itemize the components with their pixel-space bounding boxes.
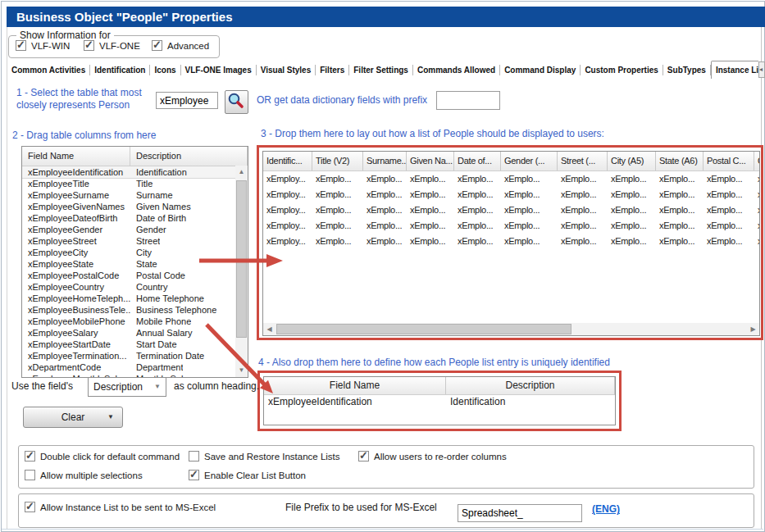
tab-common-activities[interactable]: Common Activities bbox=[7, 66, 89, 75]
field-list-row[interactable]: xEmployeeDateofBirthDate of Birth bbox=[22, 212, 235, 224]
save-restore-checkbox[interactable] bbox=[189, 451, 199, 462]
instance-list-cell: xEmplo... bbox=[312, 202, 363, 218]
reorder-columns-label: Allow users to re-order columns bbox=[374, 452, 507, 462]
vlf-one-checkbox[interactable] bbox=[84, 40, 94, 51]
field-list-header-fieldname[interactable]: Field Name bbox=[22, 147, 130, 166]
instance-list-column-header[interactable]: State (A6) bbox=[656, 152, 704, 171]
instance-list-column-header[interactable]: Gender (... bbox=[501, 152, 558, 171]
tab-visual-styles[interactable]: Visual Styles bbox=[257, 66, 316, 75]
vscroll-thumb[interactable] bbox=[236, 180, 247, 338]
field-list-row[interactable]: xEmployeeStartDateStart Date bbox=[22, 339, 235, 350]
field-list-row[interactable]: xEmployeeGivenNamesGiven Names bbox=[22, 201, 235, 212]
field-list-rows: xEmployeeIdentificationIdentificationxEm… bbox=[22, 166, 235, 377]
field-list-row[interactable]: xEmployeeStreetStreet bbox=[22, 235, 235, 247]
tab-command-display[interactable]: Command Display bbox=[500, 66, 580, 75]
tab-icons[interactable]: Icons bbox=[150, 66, 180, 75]
instance-list-row[interactable]: xEmploy...xEmplo...xEmplo...xEmplo...xEm… bbox=[263, 171, 759, 187]
checkbox-advanced[interactable]: Advanced bbox=[152, 40, 209, 51]
scroll-left-icon[interactable]: ◀ bbox=[263, 323, 275, 335]
field-list-header-description[interactable]: Description bbox=[130, 147, 248, 166]
field-list-row[interactable]: xEmployeeHomeTeleph...Home Telephone bbox=[22, 293, 235, 304]
instance-list-header: Identific...Title (V2)Surname...Given Na… bbox=[263, 152, 759, 171]
field-list-row[interactable]: xEmployeeStateState bbox=[22, 258, 235, 270]
identity-header-fieldname[interactable]: Field Name bbox=[264, 377, 446, 394]
checkbox-multiple-selections[interactable]: Allow multiple selections bbox=[25, 470, 143, 480]
instance-list-column-header[interactable]: Identific... bbox=[263, 152, 312, 171]
identity-table-row[interactable]: xEmployeeIdentification Identification bbox=[264, 396, 615, 407]
instance-list-column-header[interactable]: City (A5) bbox=[608, 152, 656, 171]
tab-custom-properties[interactable]: Custom Properties bbox=[581, 66, 662, 75]
scroll-up-icon[interactable]: ▲ bbox=[235, 166, 248, 179]
field-description-cell: Business Telephone bbox=[130, 304, 216, 316]
field-list-row[interactable]: xEmployeeCityCity bbox=[22, 247, 235, 258]
multiple-selections-checkbox[interactable] bbox=[25, 470, 35, 480]
tab-identification[interactable]: Identification bbox=[90, 66, 149, 75]
vlf-win-checkbox[interactable] bbox=[16, 40, 26, 51]
instance-list-row[interactable]: xEmploy...xEmplo...xEmplo...xEmplo...xEm… bbox=[263, 234, 759, 249]
checkbox-vlf-win[interactable]: VLF-WIN bbox=[16, 40, 70, 51]
clear-button[interactable]: Clear ▼ bbox=[23, 407, 123, 428]
field-list-row[interactable]: xEmployeePostalCodePostal Code bbox=[22, 270, 235, 281]
field-name-cell: xEmployeeIdentification bbox=[22, 166, 130, 178]
instance-list-column-header[interactable]: Date of... bbox=[454, 152, 501, 171]
file-prefix-input[interactable] bbox=[458, 504, 582, 522]
field-list-row[interactable]: xDepartmentCodeDepartment bbox=[22, 361, 235, 373]
scroll-down-icon[interactable]: ▼ bbox=[235, 364, 248, 377]
instance-list-cell: x... bbox=[754, 234, 760, 249]
table-name-input[interactable] bbox=[156, 92, 218, 109]
vlf-one-label: VLF-ONE bbox=[99, 41, 140, 51]
double-click-checkbox[interactable] bbox=[25, 451, 35, 462]
field-list-row[interactable]: xEmployeeCountryCountry bbox=[22, 281, 235, 293]
field-list-row[interactable]: xEmployeeSalaryAnnual Salary bbox=[22, 327, 235, 339]
reorder-columns-checkbox[interactable] bbox=[358, 451, 369, 462]
prefix-input[interactable] bbox=[436, 91, 500, 110]
field-list-vscrollbar[interactable]: ▲ ▼ bbox=[235, 166, 248, 377]
instance-list-row[interactable]: xEmploy...xEmplo...xEmplo...xEmplo...xEm… bbox=[263, 218, 759, 234]
excel-checkbox[interactable] bbox=[25, 502, 35, 512]
tab-vlf-one-images[interactable]: VLF-ONE Images bbox=[181, 66, 256, 75]
field-name-cell: xEmployeeHomeTeleph... bbox=[22, 293, 130, 304]
instance-list-row[interactable]: xEmploy...xEmplo...xEmplo...xEmplo...xEm… bbox=[263, 202, 759, 218]
instance-list-cell: xEmplo... bbox=[501, 171, 558, 187]
hscroll-thumb[interactable] bbox=[276, 324, 571, 334]
tab-subtypes[interactable]: SubTypes bbox=[663, 66, 710, 75]
enable-clear-checkbox[interactable] bbox=[189, 470, 199, 480]
instance-list-column-header[interactable]: Given Na... bbox=[407, 152, 454, 171]
instance-list-column-header[interactable]: Street (... bbox=[558, 152, 608, 171]
multiple-selections-label: Allow multiple selections bbox=[40, 471, 143, 480]
checkbox-excel[interactable]: Allow Instance List to be sent to MS-Exc… bbox=[25, 502, 216, 512]
checkbox-vlf-one[interactable]: VLF-ONE bbox=[84, 40, 140, 51]
checkbox-enable-clear[interactable]: Enable Clear List Button bbox=[189, 470, 306, 480]
instance-list-column-header[interactable]: Postal C... bbox=[704, 152, 754, 171]
search-table-button[interactable] bbox=[225, 90, 248, 114]
field-list-row[interactable]: xEmployeeBusinessTele...Business Telepho… bbox=[22, 304, 235, 316]
checkbox-double-click[interactable]: Double click for default command bbox=[25, 451, 180, 462]
instance-list-column-header[interactable]: Surname... bbox=[363, 152, 407, 171]
instance-list-hscrollbar[interactable]: ◀ ▶ bbox=[263, 323, 759, 335]
field-description-cell: Postal Code bbox=[130, 270, 185, 281]
field-list-row[interactable]: xEmployeeGenderGender bbox=[22, 224, 235, 235]
language-link[interactable]: (ENG) bbox=[592, 503, 620, 515]
identity-header-description[interactable]: Description bbox=[446, 377, 615, 394]
scroll-right-icon[interactable]: ▶ bbox=[747, 323, 759, 335]
instance-list-column-header[interactable]: Title (V2) bbox=[312, 152, 363, 171]
instance-list-column-header[interactable]: C... bbox=[754, 152, 760, 171]
tab-filter-settings[interactable]: Filter Settings bbox=[349, 66, 412, 75]
instance-list-row[interactable]: xEmploy...xEmplo...xEmplo...xEmplo...xEm… bbox=[263, 187, 759, 202]
heading-source-dropdown[interactable]: Description ▼ bbox=[88, 377, 166, 397]
field-list-row[interactable]: xEmployeeTermination...Termination Date bbox=[22, 350, 235, 361]
use-field-suffix-text: as column heading. bbox=[174, 380, 259, 392]
advanced-checkbox[interactable] bbox=[152, 40, 162, 51]
tab-scroll-button[interactable]: ◂ bbox=[758, 61, 765, 78]
field-list-row[interactable]: xEmployeeSurnameSurname bbox=[22, 189, 235, 201]
field-list-row[interactable]: xEmployeeMobilePhoneMobile Phone bbox=[22, 316, 235, 327]
tab-instance-list[interactable]: Instance List bbox=[711, 61, 758, 79]
tab-filters[interactable]: Filters bbox=[316, 66, 348, 75]
field-list-row[interactable]: xEmployeeTitleTitle bbox=[22, 178, 235, 189]
save-restore-label: Save and Restore Instance Lists bbox=[204, 452, 340, 462]
tab-commands-allowed[interactable]: Commands Allowed bbox=[413, 66, 499, 75]
checkbox-save-restore[interactable]: Save and Restore Instance Lists bbox=[189, 451, 340, 462]
drop-area-identity: Field Name Description xEmployeeIdentifi… bbox=[257, 371, 622, 431]
field-list-row[interactable]: xEmployeeIdentificationIdentification bbox=[22, 166, 235, 178]
checkbox-reorder-columns[interactable]: Allow users to re-order columns bbox=[358, 451, 507, 462]
